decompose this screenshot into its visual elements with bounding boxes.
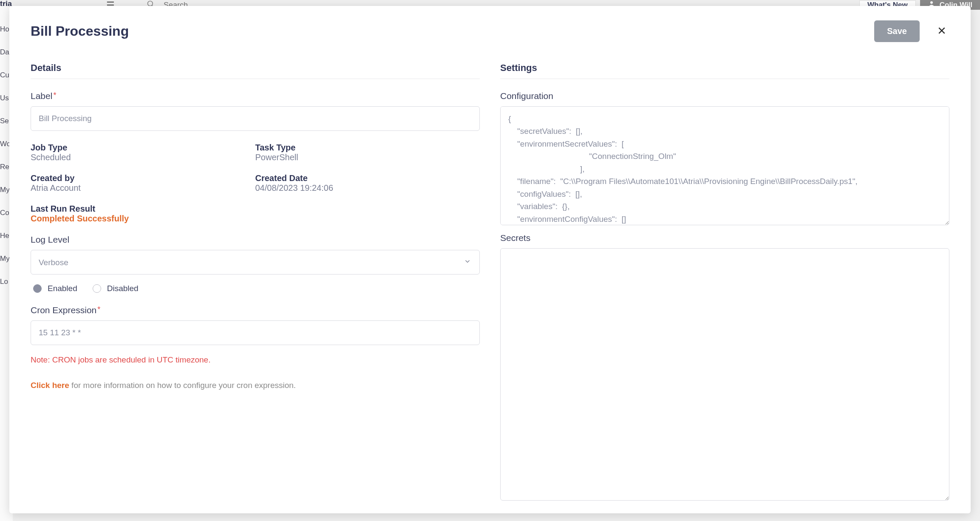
label-input[interactable] [31,106,480,131]
configuration-label: Configuration [500,91,949,101]
created-date-value: 04/08/2023 19:24:06 [255,183,480,193]
radio-dot-icon [33,284,42,293]
label-field-label: Label [31,91,480,101]
svg-point-0 [148,1,153,6]
bill-processing-modal: Bill Processing Save Details Label Job T… [9,6,971,513]
save-button[interactable]: Save [874,20,920,42]
details-column: Details Label Job Type Scheduled Task Ty… [31,62,480,501]
secrets-textarea[interactable] [500,248,949,501]
cron-expression-label: Cron Expression [31,305,480,315]
enabled-radio-label: Enabled [48,284,77,293]
log-level-label: Log Level [31,235,480,245]
cron-help-link[interactable]: Click here [31,381,69,390]
task-type-value: PowerShell [255,153,480,162]
disabled-radio[interactable]: Disabled [93,284,139,293]
cron-help-text: Click here for more information on how t… [31,381,480,390]
cron-help-rest: for more information on how to configure… [69,381,296,390]
close-button[interactable] [934,22,949,41]
details-section-title: Details [31,62,480,79]
settings-section-title: Settings [500,62,949,79]
created-date-label: Created Date [255,173,480,183]
task-type-label: Task Type [255,143,480,153]
last-run-value: Completed Successfully [31,214,480,224]
close-icon [938,25,946,37]
status-radio-group: Enabled Disabled [33,284,480,293]
cron-expression-input[interactable] [31,320,480,345]
job-type-label: Job Type [31,143,255,153]
disabled-radio-label: Disabled [107,284,139,293]
created-by-value: Atria Account [31,183,255,193]
job-type-value: Scheduled [31,153,255,162]
last-run-label: Last Run Result [31,204,480,214]
secrets-label: Secrets [500,233,949,243]
configuration-textarea[interactable] [500,106,949,225]
cron-utc-note: Note: CRON jobs are scheduled in UTC tim… [31,355,480,365]
svg-point-2 [930,1,933,4]
settings-column: Settings Configuration Secrets [500,62,949,501]
radio-dot-icon [93,284,101,293]
created-by-label: Created by [31,173,255,183]
modal-header: Bill Processing Save [31,20,949,42]
log-level-select[interactable]: Verbose [31,250,480,275]
modal-title: Bill Processing [31,23,874,39]
enabled-radio[interactable]: Enabled [33,284,77,293]
